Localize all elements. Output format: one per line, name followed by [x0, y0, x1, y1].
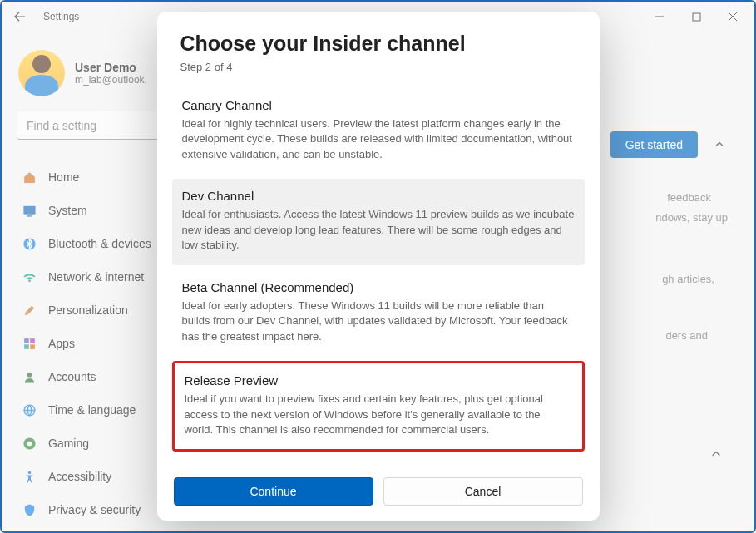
channel-dev[interactable]: Dev Channel Ideal for enthusiasts. Acces… [172, 179, 585, 264]
channel-beta[interactable]: Beta Channel (Recommended) Ideal for ear… [172, 270, 585, 356]
channel-release-preview[interactable]: Release Preview Ideal if you want to pre… [172, 361, 585, 452]
insider-channel-modal: Choose your Insider channel Step 2 of 4 … [157, 12, 600, 521]
channel-title: Dev Channel [182, 189, 575, 203]
modal-footer: Continue Cancel [157, 466, 600, 506]
modal-title: Choose your Insider channel [180, 32, 576, 56]
channels-list: Canary Channel Ideal for highly technica… [157, 80, 600, 466]
channel-title: Beta Channel (Recommended) [182, 280, 575, 294]
channel-canary[interactable]: Canary Channel Ideal for highly technica… [172, 88, 585, 174]
channel-desc: Ideal if you want to preview fixes and c… [185, 392, 572, 437]
cancel-button[interactable]: Cancel [383, 477, 583, 506]
channel-desc: Ideal for enthusiasts. Access the latest… [182, 207, 575, 253]
continue-button[interactable]: Continue [174, 477, 373, 506]
settings-window: Settings User Demo m_lab@outlook. [0, 0, 756, 533]
channel-desc: Ideal for highly technical users. Previe… [182, 116, 575, 162]
channel-desc: Ideal for early adopters. These Windows … [182, 299, 575, 344]
channel-title: Release Preview [185, 373, 572, 387]
modal-header: Choose your Insider channel Step 2 of 4 [157, 32, 600, 80]
modal-overlay: Choose your Insider channel Step 2 of 4 … [2, 2, 754, 531]
modal-step: Step 2 of 4 [180, 61, 576, 73]
channel-title: Canary Channel [182, 98, 575, 112]
